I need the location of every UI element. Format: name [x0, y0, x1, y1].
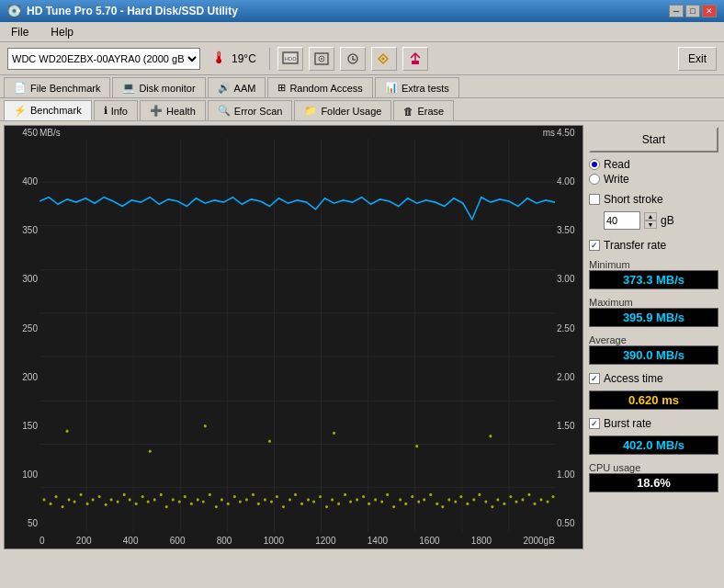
transfer-rate-label: Transfer rate	[604, 239, 666, 252]
svg-point-56	[221, 498, 223, 501]
close-button[interactable]: ✕	[702, 5, 717, 17]
svg-point-74	[331, 498, 334, 501]
svg-point-37	[105, 503, 107, 506]
access-time-checkbox-item[interactable]: ✓ Access time	[589, 372, 718, 385]
svg-point-62	[257, 503, 260, 505]
svg-point-76	[344, 493, 346, 496]
menu-file[interactable]: File	[7, 24, 32, 40]
tab-info[interactable]: ℹ Info	[94, 100, 138, 120]
tab-aam[interactable]: 🔊 AAM	[208, 77, 266, 97]
access-time-value: 0.620 ms	[589, 390, 718, 410]
svg-point-52	[197, 498, 199, 501]
file-benchmark-icon: 📄	[14, 82, 27, 94]
svg-point-35	[92, 498, 95, 501]
burst-rate-checkbox[interactable]: ✓	[589, 418, 600, 429]
tab-random-access[interactable]: ⊞ Random Access	[267, 77, 372, 97]
svg-point-93	[447, 498, 450, 501]
burst-rate-checkbox-item[interactable]: ✓ Burst rate	[589, 417, 718, 430]
svg-point-94	[454, 500, 457, 503]
svg-point-95	[459, 495, 462, 498]
svg-point-100	[491, 505, 493, 508]
temperature-display: 🌡 19°C	[206, 47, 262, 70]
stroke-spin-up[interactable]: ▲	[644, 212, 657, 220]
transfer-rate-checkbox[interactable]: ✓	[589, 240, 600, 251]
radio-write-circle	[589, 174, 600, 185]
maximize-button[interactable]: □	[685, 5, 700, 17]
svg-point-66	[282, 505, 285, 508]
svg-point-81	[374, 498, 377, 501]
benchmark-chart: MB/s ms 450 400 350 300 250 200 150 100 …	[4, 125, 583, 549]
svg-point-114	[268, 440, 271, 443]
chart-x-labels: 0 200 400 600 800 1000 1200 1400 1600 18…	[40, 532, 555, 548]
svg-point-59	[239, 500, 242, 503]
svg-point-112	[149, 450, 152, 453]
svg-point-60	[245, 498, 248, 501]
exit-button[interactable]: Exit	[678, 47, 717, 71]
title-bar: 💽 HD Tune Pro 5.70 - Hard Disk/SSD Utili…	[0, 0, 724, 22]
toolbar-btn-4[interactable]	[371, 47, 397, 71]
svg-point-53	[202, 500, 205, 503]
radio-write[interactable]: Write	[589, 173, 718, 186]
minimize-button[interactable]: ─	[669, 5, 684, 17]
svg-point-116	[415, 445, 418, 447]
start-button[interactable]: Start	[589, 127, 718, 153]
short-stroke-checkbox-item[interactable]: Short stroke	[589, 193, 718, 206]
svg-point-78	[356, 498, 358, 501]
svg-point-88	[417, 500, 420, 503]
svg-point-58	[233, 495, 236, 498]
svg-point-29	[55, 495, 58, 498]
svg-text:HDD: HDD	[284, 56, 297, 62]
short-stroke-checkbox[interactable]	[589, 194, 600, 205]
chart-unit-ms: ms	[543, 128, 555, 138]
menu-help[interactable]: Help	[47, 24, 77, 40]
chart-svg	[40, 139, 555, 532]
tab-disk-monitor[interactable]: 💻 Disk monitor	[112, 77, 205, 97]
svg-point-27	[43, 498, 46, 501]
radio-read[interactable]: Read	[589, 158, 718, 171]
window-controls[interactable]: ─ □ ✕	[669, 5, 717, 17]
svg-point-102	[503, 503, 505, 505]
svg-point-80	[368, 503, 370, 505]
svg-rect-7	[412, 61, 419, 64]
svg-point-5	[321, 58, 322, 60]
tab-file-benchmark[interactable]: 📄 File Benchmark	[4, 77, 110, 97]
drive-select[interactable]: WDC WD20EZBX-00AYRA0 (2000 gB)	[7, 48, 200, 70]
toolbar-btn-2[interactable]	[309, 47, 334, 71]
tab-folder-usage[interactable]: 📁 Folder Usage	[294, 100, 391, 120]
svg-point-67	[288, 498, 291, 501]
average-section: Average 390.0 MB/s	[589, 333, 718, 367]
minimum-label: Minimum	[589, 259, 718, 270]
svg-point-101	[496, 498, 499, 501]
svg-point-103	[509, 495, 512, 498]
svg-point-69	[300, 503, 303, 505]
toolbar-btn-1[interactable]: HDD	[277, 47, 303, 71]
svg-point-57	[227, 503, 230, 505]
toolbar-btn-3[interactable]	[340, 47, 366, 71]
svg-point-109	[546, 500, 549, 503]
tab-health[interactable]: ➕ Health	[140, 100, 206, 120]
tab-erase[interactable]: 🗑 Erase	[393, 100, 454, 120]
svg-point-108	[539, 498, 542, 501]
tab-error-scan[interactable]: 🔍 Error Scan	[208, 100, 293, 120]
short-stroke-label: Short stroke	[604, 193, 663, 206]
toolbar-btn-5[interactable]	[402, 47, 428, 71]
stroke-input[interactable]	[604, 211, 640, 230]
svg-point-96	[466, 503, 469, 505]
tab-extra-tests[interactable]: 📊 Extra tests	[375, 77, 459, 97]
svg-rect-8	[40, 139, 555, 532]
svg-point-43	[141, 495, 144, 498]
svg-point-104	[515, 500, 517, 503]
svg-point-115	[333, 432, 335, 435]
cpu-usage-section: CPU usage 18.6%	[589, 460, 718, 494]
tab-row-1: 📄 File Benchmark 💻 Disk monitor 🔊 AAM ⊞ …	[0, 75, 724, 98]
svg-point-63	[264, 498, 266, 501]
cpu-usage-label: CPU usage	[589, 462, 718, 473]
tab-benchmark[interactable]: ⚡ Benchmark	[4, 100, 92, 120]
transfer-rate-checkbox-item[interactable]: ✓ Transfer rate	[589, 239, 718, 252]
svg-point-77	[349, 500, 352, 503]
svg-point-82	[380, 500, 383, 503]
access-time-checkbox[interactable]: ✓	[589, 373, 600, 384]
tab-row-2: ⚡ Benchmark ℹ Info ➕ Health 🔍 Error Scan…	[0, 98, 724, 121]
stroke-spin-down[interactable]: ▼	[644, 220, 657, 229]
burst-rate-label: Burst rate	[604, 417, 651, 430]
